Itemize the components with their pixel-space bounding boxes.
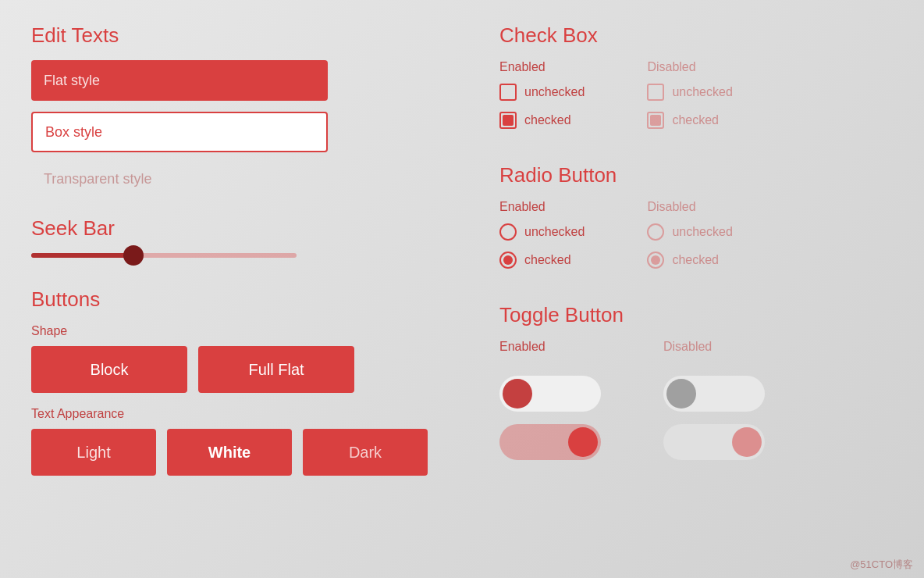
seek-bar-track[interactable] [31,253,297,258]
check-box-enabled-col: Enabled unchecked checked [499,60,585,140]
radio-unchecked-enabled-label: unchecked [524,225,585,239]
check-checked-disabled: checked [647,112,732,129]
check-enabled-label: Enabled [499,60,585,74]
toggle-disabled-label: Disabled [663,340,765,354]
toggle-enabled-col: Enabled [499,340,601,460]
checkbox-checked-disabled-icon [647,112,664,129]
toggle-thumb-on-disabled [732,427,762,457]
check-unchecked-disabled: unchecked [647,84,732,101]
radio-enabled-col: Enabled unchecked checked [499,200,585,280]
radio-unchecked-enabled-icon[interactable] [499,223,517,241]
buttons-title: Buttons [31,287,453,312]
radio-button-columns: Enabled unchecked checked Disabled unche… [499,200,893,280]
toggle-enabled-label: Enabled [499,340,601,354]
toggle-button-title: Toggle Button [499,303,893,327]
radio-button-title: Radio Button [499,163,893,187]
radio-checked-enabled-icon[interactable] [499,252,517,269]
edit-texts-section: Edit Texts [31,23,453,194]
radio-checked-disabled-label: checked [672,253,719,267]
transparent-style-input[interactable] [31,163,328,194]
buttons-section: Buttons Shape Block Full Flat Text Appea… [31,287,453,490]
toggle-thumb-off-disabled [666,379,696,409]
check-unchecked-disabled-label: unchecked [672,85,732,99]
seek-bar-fill [31,253,133,258]
text-appearance-label: Text Appearance [31,407,453,421]
text-appearance-button-row: Light White Dark [31,429,453,476]
seek-bar-title: Seek Bar [31,216,453,241]
radio-unchecked-disabled: unchecked [647,223,732,241]
check-unchecked-enabled-label: unchecked [524,85,585,99]
check-box-disabled-col: Disabled unchecked checked [647,60,732,140]
check-box-title: Check Box [499,23,893,48]
checkbox-unchecked-enabled-icon[interactable] [499,84,517,101]
toggle-button-columns: Enabled Disabled [499,340,893,460]
toggle-on-enabled[interactable] [499,424,601,460]
dark-button[interactable]: Dark [303,429,428,476]
toggle-off-disabled [663,376,765,412]
radio-unchecked-disabled-icon [647,223,664,241]
toggle-button-section: Toggle Button Enabled Disabled [499,303,893,460]
checkbox-unchecked-disabled-icon [647,84,664,101]
check-checked-enabled[interactable]: checked [499,112,585,129]
radio-checked-disabled-icon [647,252,664,269]
white-button[interactable]: White [167,429,292,476]
radio-disabled-label: Disabled [647,200,732,214]
radio-enabled-label: Enabled [499,200,585,214]
seek-bar-thumb[interactable] [123,245,144,266]
check-disabled-label: Disabled [647,60,732,74]
box-style-input[interactable] [31,112,328,152]
toggle-disabled-col: Disabled [663,340,765,460]
check-box-columns: Enabled unchecked checked Disabled unche… [499,60,893,140]
toggle-thumb-off-enabled [503,379,532,409]
block-button[interactable]: Block [31,346,187,393]
shape-button-row: Block Full Flat [31,346,453,393]
seek-bar-section: Seek Bar [31,216,453,266]
toggle-off-enabled[interactable] [499,376,601,412]
radio-button-section: Radio Button Enabled unchecked checked D… [499,163,893,280]
watermark: @51CTO博客 [850,558,913,572]
light-button[interactable]: Light [31,429,156,476]
radio-unchecked-enabled[interactable]: unchecked [499,223,585,241]
check-checked-enabled-label: checked [524,113,571,127]
checkbox-checked-enabled-icon[interactable] [499,112,517,129]
radio-checked-disabled: checked [647,252,732,269]
radio-disabled-col: Disabled unchecked checked [647,200,732,280]
full-flat-button[interactable]: Full Flat [198,346,354,393]
check-checked-disabled-label: checked [672,113,719,127]
radio-unchecked-disabled-label: unchecked [672,225,732,239]
radio-checked-enabled-label: checked [524,253,571,267]
toggle-on-disabled [663,424,765,460]
shape-label: Shape [31,324,453,338]
toggle-thumb-on-enabled [568,427,598,457]
check-box-section: Check Box Enabled unchecked checked Disa… [499,23,893,140]
radio-checked-enabled[interactable]: checked [499,252,585,269]
check-unchecked-enabled[interactable]: unchecked [499,84,585,101]
edit-texts-title: Edit Texts [31,23,453,48]
flat-style-input[interactable] [31,60,328,101]
